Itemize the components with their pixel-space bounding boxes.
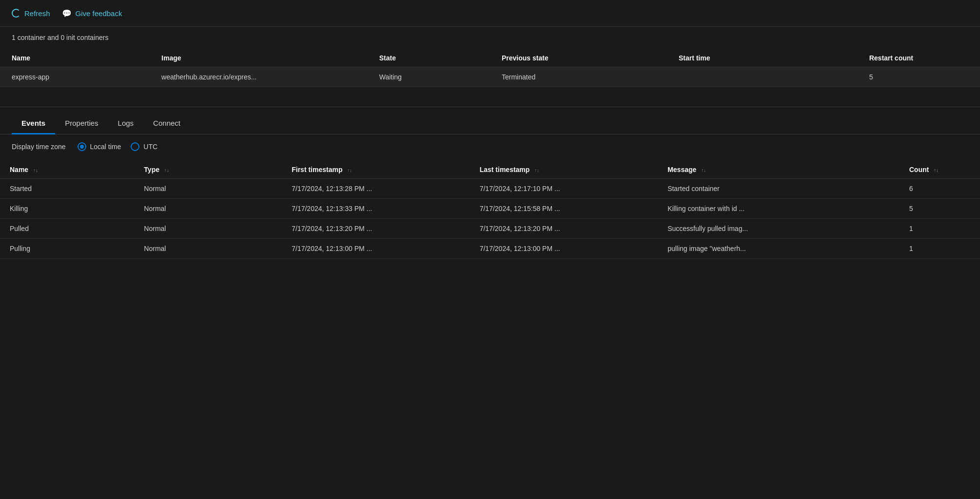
sort-last-icon[interactable]: ↑↓ bbox=[534, 168, 539, 173]
container-table: Name Image State Previous state Start ti… bbox=[0, 49, 980, 87]
col-header-state: State bbox=[368, 49, 490, 67]
section-divider bbox=[0, 107, 980, 107]
cell-restart-count: 5 bbox=[858, 67, 980, 87]
events-table: Name ↑↓ Type ↑↓ First timestamp ↑↓ Last … bbox=[0, 161, 980, 259]
ev-cell-last-timestamp: 7/17/2024, 12:17:10 PM ... bbox=[470, 179, 658, 199]
sort-name-icon[interactable]: ↑↓ bbox=[33, 168, 38, 173]
radio-utc-label: UTC bbox=[143, 143, 157, 151]
ev-cell-type: Normal bbox=[134, 239, 282, 259]
col-header-start-time: Start time bbox=[667, 49, 858, 67]
cell-previous-state: Terminated bbox=[490, 67, 667, 87]
timezone-row: Display time zone Local time UTC bbox=[0, 134, 980, 159]
ev-cell-type: Normal bbox=[134, 219, 282, 239]
ev-cell-message: Successfully pulled imag... bbox=[658, 219, 900, 239]
ev-col-last-timestamp: Last timestamp ↑↓ bbox=[470, 161, 658, 179]
cell-start-time bbox=[667, 67, 858, 87]
col-header-previous-state: Previous state bbox=[490, 49, 667, 67]
ev-cell-last-timestamp: 7/17/2024, 12:15:58 PM ... bbox=[470, 199, 658, 219]
ev-cell-type: Normal bbox=[134, 179, 282, 199]
refresh-label: Refresh bbox=[24, 9, 50, 18]
ev-col-name: Name ↑↓ bbox=[0, 161, 134, 179]
sort-message-icon[interactable]: ↑↓ bbox=[701, 168, 706, 173]
ev-col-count: Count ↑↓ bbox=[900, 161, 980, 179]
col-header-image: Image bbox=[150, 49, 368, 67]
ev-cell-message: pulling image "weatherh... bbox=[658, 239, 900, 259]
cell-image: weatherhub.azurecr.io/expres... bbox=[150, 67, 368, 87]
table-row[interactable]: express-app weatherhub.azurecr.io/expres… bbox=[0, 67, 980, 87]
feedback-button[interactable]: 💬 Give feedback bbox=[62, 9, 122, 18]
ev-cell-name: Pulled bbox=[0, 219, 134, 239]
col-header-name: Name bbox=[0, 49, 150, 67]
ev-cell-name: Pulling bbox=[0, 239, 134, 259]
tab-connect[interactable]: Connect bbox=[143, 113, 190, 134]
tab-events[interactable]: Events bbox=[12, 113, 55, 134]
sort-count-icon[interactable]: ↑↓ bbox=[934, 168, 939, 173]
radio-utc[interactable]: UTC bbox=[131, 142, 157, 151]
ev-cell-type: Normal bbox=[134, 199, 282, 219]
radio-utc-icon bbox=[131, 142, 139, 151]
list-item[interactable]: Killing Normal 7/17/2024, 12:13:33 PM ..… bbox=[0, 199, 980, 219]
ev-cell-name: Started bbox=[0, 179, 134, 199]
timezone-label: Display time zone bbox=[12, 143, 66, 151]
list-item[interactable]: Pulled Normal 7/17/2024, 12:13:20 PM ...… bbox=[0, 219, 980, 239]
ev-col-first-timestamp: First timestamp ↑↓ bbox=[282, 161, 470, 179]
ev-cell-message: Started container bbox=[658, 179, 900, 199]
col-header-restart-count: Restart count bbox=[858, 49, 980, 67]
feedback-icon: 💬 bbox=[62, 9, 72, 17]
radio-local-icon bbox=[78, 142, 86, 151]
feedback-label: Give feedback bbox=[76, 9, 122, 18]
summary-text: 1 container and 0 init containers bbox=[0, 27, 980, 48]
ev-col-message: Message ↑↓ bbox=[658, 161, 900, 179]
radio-local-time[interactable]: Local time bbox=[78, 142, 121, 151]
toolbar: Refresh 💬 Give feedback bbox=[0, 0, 980, 27]
tab-logs[interactable]: Logs bbox=[108, 113, 144, 134]
ev-cell-first-timestamp: 7/17/2024, 12:13:20 PM ... bbox=[282, 219, 470, 239]
sort-type-icon[interactable]: ↑↓ bbox=[164, 168, 169, 173]
ev-cell-count: 6 bbox=[900, 179, 980, 199]
list-item[interactable]: Pulling Normal 7/17/2024, 12:13:00 PM ..… bbox=[0, 239, 980, 259]
cell-name: express-app bbox=[0, 67, 150, 87]
ev-cell-last-timestamp: 7/17/2024, 12:13:20 PM ... bbox=[470, 219, 658, 239]
radio-local-label: Local time bbox=[90, 143, 121, 151]
tab-properties[interactable]: Properties bbox=[55, 113, 108, 134]
ev-cell-last-timestamp: 7/17/2024, 12:13:00 PM ... bbox=[470, 239, 658, 259]
refresh-button[interactable]: Refresh bbox=[12, 9, 50, 18]
ev-cell-count: 5 bbox=[900, 199, 980, 219]
tab-bar: EventsPropertiesLogsConnect bbox=[0, 113, 980, 134]
ev-col-type: Type ↑↓ bbox=[134, 161, 282, 179]
ev-cell-count: 1 bbox=[900, 219, 980, 239]
ev-cell-first-timestamp: 7/17/2024, 12:13:28 PM ... bbox=[282, 179, 470, 199]
ev-cell-first-timestamp: 7/17/2024, 12:13:33 PM ... bbox=[282, 199, 470, 219]
ev-cell-name: Killing bbox=[0, 199, 134, 219]
ev-cell-count: 1 bbox=[900, 239, 980, 259]
ev-cell-first-timestamp: 7/17/2024, 12:13:00 PM ... bbox=[282, 239, 470, 259]
list-item[interactable]: Started Normal 7/17/2024, 12:13:28 PM ..… bbox=[0, 179, 980, 199]
ev-cell-message: Killing container with id ... bbox=[658, 199, 900, 219]
refresh-icon bbox=[12, 9, 20, 18]
cell-state: Waiting bbox=[368, 67, 490, 87]
sort-first-icon[interactable]: ↑↓ bbox=[347, 168, 352, 173]
